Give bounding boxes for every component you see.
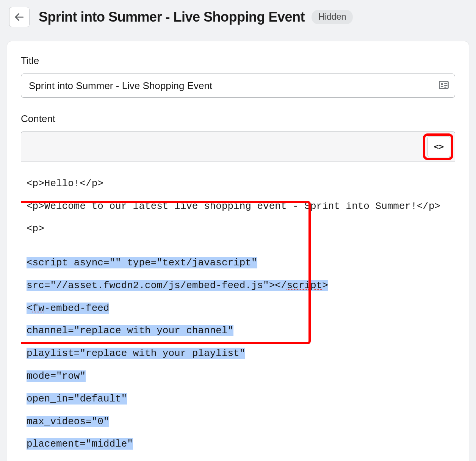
content-editor: <> <p>Hello!</p> <p>Welcome to our lates… [21,132,455,461]
svg-rect-4 [444,83,447,84]
page-root: Sprint into Summer - Live Shopping Event… [0,0,476,461]
code-line: channel="replace with your channel" [27,325,449,337]
code-line: max_videos="0" [27,416,449,428]
arrow-left-icon [14,11,25,23]
code-line: playlist="replace with your playlist" [27,348,449,359]
svg-rect-3 [441,86,443,87]
code-line: <p> [27,223,449,235]
code-line: <p>Hello!</p> [27,178,449,190]
content-field-label: Content [21,113,455,125]
title-field-label: Title [21,55,455,67]
page-title: Sprint into Summer - Live Shopping Event… [39,9,353,25]
editor-toolbar: <> [21,132,455,162]
page-header: Sprint into Summer - Live Shopping Event… [7,7,469,27]
code-line: <script async="" type="text/javascript" [27,257,449,269]
code-view-toggle[interactable]: <> [427,136,450,157]
back-button[interactable] [9,7,30,27]
dynamic-source-icon[interactable] [438,80,449,92]
code-line: placement="middle" [27,439,449,450]
code-line: <fw-embed-feed [27,303,449,314]
content-card: Title Content <> <p>Hello [7,41,469,461]
title-input[interactable] [21,74,455,98]
svg-point-2 [441,83,443,85]
editor-content-area[interactable]: <p>Hello!</p> <p>Welcome to our latest l… [21,162,455,461]
code-line: src="//asset.fwcdn2.com/js/embed-feed.js… [27,280,449,292]
page-title-text: Sprint into Summer - Live Shopping Event [39,9,305,25]
status-badge: Hidden [312,10,353,24]
title-input-wrap [21,74,455,98]
code-line: open_in="default" [27,394,449,405]
svg-rect-5 [444,85,447,86]
svg-rect-6 [444,87,446,88]
code-line: <p>Welcome to our latest live shopping e… [27,201,449,212]
code-text[interactable]: <p>Hello!</p> <p>Welcome to our latest l… [27,167,449,461]
code-line: mode="row" [27,371,449,382]
